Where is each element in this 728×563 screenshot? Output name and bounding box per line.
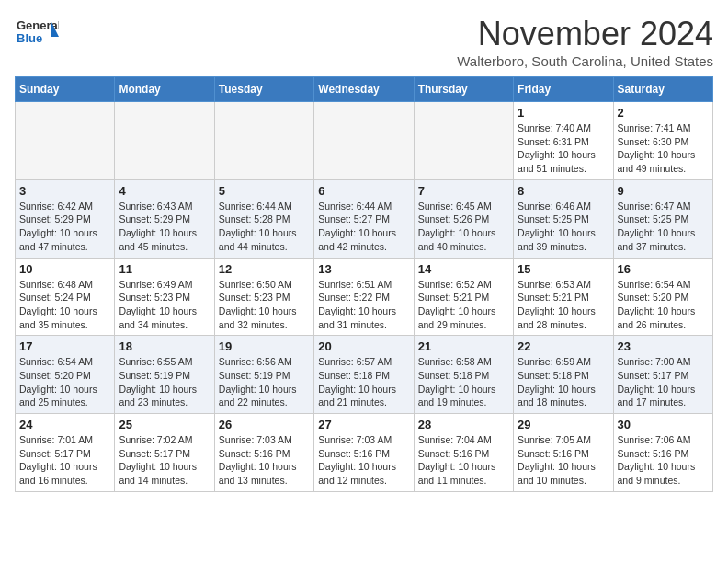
column-header-thursday: Thursday [414, 77, 513, 102]
day-number: 17 [19, 339, 110, 353]
calendar-header-row: SundayMondayTuesdayWednesdayThursdayFrid… [16, 77, 713, 102]
day-info: Sunrise: 6:59 AM Sunset: 5:18 PM Dayligh… [518, 355, 609, 409]
day-number: 23 [618, 339, 709, 353]
day-info: Sunrise: 7:00 AM Sunset: 5:17 PM Dayligh… [618, 355, 709, 409]
day-info: Sunrise: 7:01 AM Sunset: 5:17 PM Dayligh… [19, 433, 110, 488]
day-info: Sunrise: 6:51 AM Sunset: 5:22 PM Dayligh… [318, 278, 409, 332]
calendar-cell: 28Sunrise: 7:04 AM Sunset: 5:16 PM Dayli… [414, 414, 513, 492]
calendar-cell: 27Sunrise: 7:03 AM Sunset: 5:16 PM Dayli… [314, 414, 414, 492]
calendar-cell: 1Sunrise: 7:40 AM Sunset: 6:31 PM Daylig… [514, 102, 613, 180]
day-info: Sunrise: 6:54 AM Sunset: 5:20 PM Dayligh… [618, 278, 709, 332]
day-info: Sunrise: 6:50 AM Sunset: 5:23 PM Dayligh… [219, 278, 310, 332]
day-info: Sunrise: 7:03 AM Sunset: 5:16 PM Dayligh… [318, 433, 409, 488]
calendar-week-row: 17Sunrise: 6:54 AM Sunset: 5:20 PM Dayli… [16, 336, 713, 414]
calendar-cell: 11Sunrise: 6:49 AM Sunset: 5:23 PM Dayli… [115, 258, 214, 336]
day-info: Sunrise: 6:47 AM Sunset: 5:25 PM Dayligh… [618, 200, 709, 254]
calendar-week-row: 10Sunrise: 6:48 AM Sunset: 5:24 PM Dayli… [16, 258, 713, 336]
column-header-sunday: Sunday [16, 77, 115, 102]
logo-icon: General Blue [15, 15, 59, 55]
day-info: Sunrise: 6:44 AM Sunset: 5:27 PM Dayligh… [318, 200, 409, 254]
day-info: Sunrise: 6:55 AM Sunset: 5:19 PM Dayligh… [119, 355, 210, 409]
calendar-cell: 24Sunrise: 7:01 AM Sunset: 5:17 PM Dayli… [16, 414, 115, 492]
calendar-week-row: 1Sunrise: 7:40 AM Sunset: 6:31 PM Daylig… [16, 102, 713, 180]
calendar-cell: 10Sunrise: 6:48 AM Sunset: 5:24 PM Dayli… [16, 258, 115, 336]
calendar-table: SundayMondayTuesdayWednesdayThursdayFrid… [15, 76, 713, 492]
day-number: 4 [119, 184, 210, 198]
calendar-cell: 2Sunrise: 7:41 AM Sunset: 6:30 PM Daylig… [613, 102, 712, 180]
day-number: 29 [518, 418, 609, 431]
day-number: 30 [618, 418, 709, 431]
calendar-cell [16, 102, 115, 180]
day-info: Sunrise: 7:41 AM Sunset: 6:30 PM Dayligh… [618, 121, 709, 176]
day-number: 22 [518, 339, 609, 353]
day-number: 28 [418, 418, 509, 431]
day-info: Sunrise: 6:53 AM Sunset: 5:21 PM Dayligh… [518, 278, 609, 332]
day-info: Sunrise: 6:46 AM Sunset: 5:25 PM Dayligh… [518, 200, 609, 254]
calendar-cell: 8Sunrise: 6:46 AM Sunset: 5:25 PM Daylig… [514, 179, 613, 258]
column-header-monday: Monday [115, 77, 214, 102]
calendar-cell [115, 102, 214, 180]
day-info: Sunrise: 7:02 AM Sunset: 5:17 PM Dayligh… [119, 433, 210, 488]
day-number: 16 [618, 262, 709, 276]
calendar-cell [314, 102, 414, 180]
day-info: Sunrise: 6:57 AM Sunset: 5:18 PM Dayligh… [318, 355, 409, 409]
day-info: Sunrise: 7:40 AM Sunset: 6:31 PM Dayligh… [518, 121, 609, 176]
day-number: 19 [219, 339, 310, 353]
day-info: Sunrise: 6:52 AM Sunset: 5:21 PM Dayligh… [418, 278, 509, 332]
calendar-week-row: 24Sunrise: 7:01 AM Sunset: 5:17 PM Dayli… [16, 414, 713, 492]
calendar-cell: 21Sunrise: 6:58 AM Sunset: 5:18 PM Dayli… [414, 336, 513, 414]
month-title: November 2024 [457, 15, 713, 53]
day-number: 5 [219, 184, 310, 198]
day-number: 7 [418, 184, 509, 198]
day-info: Sunrise: 6:56 AM Sunset: 5:19 PM Dayligh… [219, 355, 310, 409]
day-info: Sunrise: 6:58 AM Sunset: 5:18 PM Dayligh… [418, 355, 509, 409]
calendar-cell: 29Sunrise: 7:05 AM Sunset: 5:16 PM Dayli… [514, 414, 613, 492]
day-number: 12 [219, 262, 310, 276]
day-number: 9 [618, 184, 709, 198]
day-info: Sunrise: 6:54 AM Sunset: 5:20 PM Dayligh… [19, 355, 110, 409]
day-number: 25 [119, 418, 210, 431]
column-header-friday: Friday [514, 77, 613, 102]
day-number: 24 [19, 418, 110, 431]
day-number: 27 [318, 418, 409, 431]
day-number: 20 [318, 339, 409, 353]
page-header: General Blue November 2024 Walterboro, S… [15, 15, 713, 69]
calendar-cell: 13Sunrise: 6:51 AM Sunset: 5:22 PM Dayli… [314, 258, 414, 336]
day-info: Sunrise: 7:06 AM Sunset: 5:16 PM Dayligh… [618, 433, 709, 488]
day-number: 2 [618, 106, 709, 120]
calendar-cell: 23Sunrise: 7:00 AM Sunset: 5:17 PM Dayli… [613, 336, 712, 414]
calendar-cell: 7Sunrise: 6:45 AM Sunset: 5:26 PM Daylig… [414, 179, 513, 258]
calendar-cell: 17Sunrise: 6:54 AM Sunset: 5:20 PM Dayli… [16, 336, 115, 414]
day-info: Sunrise: 7:03 AM Sunset: 5:16 PM Dayligh… [219, 433, 310, 488]
calendar-cell: 5Sunrise: 6:44 AM Sunset: 5:28 PM Daylig… [214, 179, 313, 258]
day-number: 6 [318, 184, 409, 198]
calendar-cell: 16Sunrise: 6:54 AM Sunset: 5:20 PM Dayli… [613, 258, 712, 336]
location-subtitle: Walterboro, South Carolina, United State… [457, 53, 713, 69]
logo: General Blue [15, 15, 59, 55]
title-block: November 2024 Walterboro, South Carolina… [457, 15, 713, 69]
day-number: 1 [518, 106, 609, 120]
calendar-cell: 6Sunrise: 6:44 AM Sunset: 5:27 PM Daylig… [314, 179, 414, 258]
calendar-cell: 4Sunrise: 6:43 AM Sunset: 5:29 PM Daylig… [115, 179, 214, 258]
calendar-cell: 14Sunrise: 6:52 AM Sunset: 5:21 PM Dayli… [414, 258, 513, 336]
calendar-cell: 30Sunrise: 7:06 AM Sunset: 5:16 PM Dayli… [613, 414, 712, 492]
calendar-cell: 19Sunrise: 6:56 AM Sunset: 5:19 PM Dayli… [214, 336, 313, 414]
day-number: 10 [19, 262, 110, 276]
calendar-cell [214, 102, 313, 180]
day-info: Sunrise: 6:49 AM Sunset: 5:23 PM Dayligh… [119, 278, 210, 332]
calendar-cell: 15Sunrise: 6:53 AM Sunset: 5:21 PM Dayli… [514, 258, 613, 336]
day-info: Sunrise: 6:42 AM Sunset: 5:29 PM Dayligh… [19, 200, 110, 254]
day-info: Sunrise: 6:45 AM Sunset: 5:26 PM Dayligh… [418, 200, 509, 254]
day-number: 13 [318, 262, 409, 276]
day-info: Sunrise: 7:05 AM Sunset: 5:16 PM Dayligh… [518, 433, 609, 488]
column-header-saturday: Saturday [613, 77, 712, 102]
day-number: 18 [119, 339, 210, 353]
svg-text:Blue: Blue [17, 31, 42, 45]
calendar-cell [414, 102, 513, 180]
calendar-cell: 25Sunrise: 7:02 AM Sunset: 5:17 PM Dayli… [115, 414, 214, 492]
day-number: 11 [119, 262, 210, 276]
day-number: 21 [418, 339, 509, 353]
day-info: Sunrise: 6:44 AM Sunset: 5:28 PM Dayligh… [219, 200, 310, 254]
calendar-cell: 3Sunrise: 6:42 AM Sunset: 5:29 PM Daylig… [16, 179, 115, 258]
day-number: 26 [219, 418, 310, 431]
